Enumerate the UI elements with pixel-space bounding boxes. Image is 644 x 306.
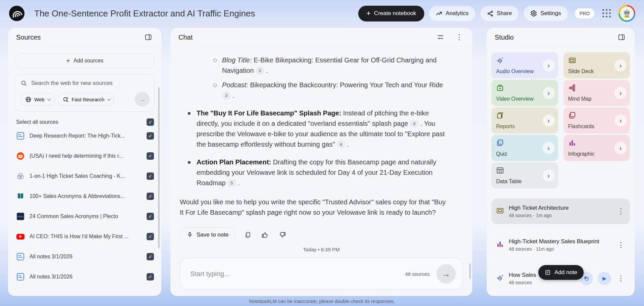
note-menu-button[interactable]: ⋮ [616,206,626,216]
share-button[interactable]: Share [480,6,519,21]
chat-input-card: 48 sources → [180,258,463,290]
tile-open-chevron-button[interactable]: › [614,114,627,126]
source-checkbox[interactable]: ✓ [147,193,154,200]
source-title: All notes 3/1/2026 [30,274,142,280]
tile-open-chevron-button[interactable]: › [543,87,555,99]
studio-tile-data-table[interactable]: Data Table› [491,162,558,189]
create-notebook-button[interactable]: + Create notebook [358,6,424,21]
source-list-item[interactable]: Deep Research Report: The High-Tick...✓ [15,126,155,146]
add-sources-button[interactable]: + Add sources [15,53,155,68]
studio-tile-quiz[interactable]: ?Quiz› [491,135,558,161]
source-list-item[interactable]: 1-on-1 High Ticket Sales Coaching - K...… [15,166,155,186]
collapse-sources-panel-button[interactable] [143,32,153,42]
chat-message-area: Blog Title: E-Bike Bikepacking: Essentia… [180,55,463,242]
tile-open-chevron-button[interactable]: › [614,87,627,99]
note-menu-button[interactable]: ⋮ [616,240,626,250]
studio-tile-flashcards[interactable]: Flashcards› [564,107,630,134]
settings-button[interactable]: Settings [523,6,568,21]
chat-bullet: Action Plan Placement: Drafting the copy… [187,157,446,188]
collapse-studio-panel-button[interactable] [616,32,627,42]
citation-chip[interactable]: 3 [222,92,230,99]
notebook-title[interactable]: The One-Sentence Profit Extractor and AI… [34,8,354,19]
citation-chip[interactable]: 4 [410,120,418,128]
sources-scrollbar[interactable] [158,87,160,248]
studio-tile-video-overview[interactable]: Video Overview› [491,80,558,106]
sources-panel-title: Sources [16,34,41,41]
citation-chip[interactable]: 5 [227,179,236,187]
chat-scrollbar[interactable] [469,263,471,279]
note-meta: 48 sources [509,280,575,285]
note-title: High Ticket Architecture [509,205,611,211]
source-title: 24 Common Sales Acronyms | Plecto [30,213,142,219]
note-doc-icon [17,273,24,280]
source-list-item[interactable]: All notes 3/1/2026✓ [15,267,155,287]
source-list-item[interactable]: 100+ Sales Acronyms & Abbreviations...✓ [15,186,155,206]
save-to-note-button[interactable]: Save to note [180,227,235,242]
add-note-button[interactable]: Add note [538,265,584,280]
chat-sub-bullet-list: Blog Title: E-Bike Bikepacking: Essentia… [213,55,446,101]
sources-panel: Sources + Add sources Web Fast Research [8,28,161,296]
share-icon [487,10,493,17]
source-title: All notes 3/1/2026 [30,254,142,260]
studio-tile-reports[interactable]: Reports› [491,107,558,134]
gear-icon [530,10,537,17]
thumbs-up-button[interactable] [260,230,270,240]
tile-open-chevron-button[interactable]: › [543,59,555,71]
analytics-button[interactable]: Analytics [429,6,476,21]
plus-icon: + [66,57,70,65]
tile-open-chevron-button[interactable]: › [614,59,627,71]
source-list-item[interactable]: All notes 3/1/2026✓ [15,247,155,267]
source-checkbox[interactable]: ✓ [147,253,154,260]
citation-chip[interactable]: 3 [256,67,264,74]
tile-open-chevron-button[interactable]: › [543,142,555,154]
pro-badge: PRO [575,8,594,18]
source-title: Deep Research Report: The High-Tick... [30,133,142,139]
source-list-item[interactable]: PLECTO24 Common Sales Acronyms | Plecto✓ [15,206,155,226]
source-checkbox[interactable]: ✓ [147,172,154,180]
svg-text:?: ? [500,141,501,144]
source-checkbox[interactable]: ✓ [147,273,154,280]
select-all-label: Select all sources [16,119,58,125]
note-doc-icon [17,132,24,140]
notebooklm-logo-icon[interactable] [9,5,25,21]
apps-grid-icon[interactable] [602,9,611,18]
chat-panel: Chat ⋮ Blog Title: E-Bike Bikepacking: E… [170,28,472,296]
chat-input[interactable] [190,270,398,278]
studio-tile-infographic[interactable]: Infographic› [564,135,630,161]
source-list-item[interactable]: (USA) I need help determining if this r.… [15,146,155,166]
chat-closing-question: Would you like me to help you write the … [180,197,446,218]
venn-diagram-icon [16,172,24,180]
studio-note-item[interactable]: High Ticket Architecture48 sources · 1m … [491,199,630,224]
play-audio-button[interactable]: ▶ [598,272,611,285]
studio-tile-slide-deck[interactable]: Slide Deck› [564,52,630,79]
source-checkbox[interactable]: ✓ [147,213,154,220]
source-checkbox[interactable]: ✓ [147,132,154,140]
source-checkbox[interactable]: ✓ [147,152,154,160]
thumbs-down-button[interactable] [277,230,287,240]
studio-tile-audio-overview[interactable]: Audio Overview› [491,52,558,79]
user-avatar[interactable] [619,5,635,22]
studio-note-item[interactable]: High-Ticket Mastery Sales Blueprint48 so… [491,232,630,258]
studio-tile-mind-map[interactable]: Mind Map› [564,80,630,106]
citation-chip[interactable]: 4 [337,141,345,148]
chat-menu-button[interactable]: ⋮ [454,32,464,42]
source-checkbox[interactable]: ✓ [147,233,154,240]
copy-response-button[interactable] [243,230,253,240]
note-menu-button[interactable]: ⋮ [616,273,626,284]
note-meta: 48 sources · 1m ago [509,213,611,218]
chat-settings-button[interactable] [435,32,445,42]
chat-bullet-list: The "Buy It For Life Basecamp" Splash Pa… [187,108,446,188]
source-list-item[interactable]: AI CEO: THIS is How I'd Make My First ..… [15,226,155,247]
search-sources-input[interactable] [31,80,150,87]
arrow-right-icon: → [442,269,450,279]
select-all-checkbox[interactable]: ✓ [147,118,154,126]
tile-open-chevron-button[interactable]: › [543,169,555,182]
search-submit-button[interactable]: → [135,92,150,107]
web-search-card: Web Fast Research → [15,74,155,112]
tile-open-chevron-button[interactable]: › [543,114,555,126]
disclaimer-text: NotebookLM can be inaccurate; please dou… [0,299,644,304]
send-message-button[interactable]: → [436,264,456,284]
tile-open-chevron-button[interactable]: › [614,142,627,154]
research-mode-dropdown[interactable]: Fast Research [58,93,115,106]
web-scope-dropdown[interactable]: Web [20,93,55,106]
